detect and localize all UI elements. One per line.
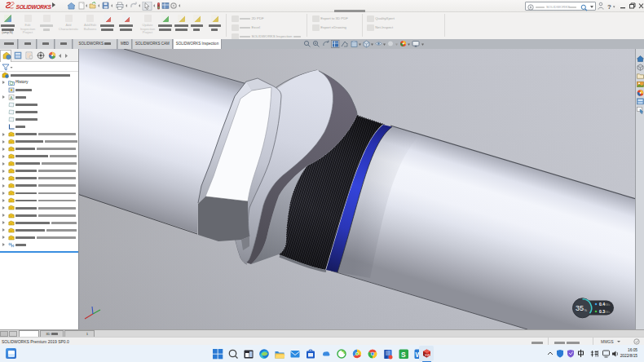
svg-text:SW: SW (425, 353, 430, 357)
svg-text:?: ? (607, 3, 611, 11)
svg-text:KB/s: KB/s (605, 311, 611, 314)
svg-text:35: 35 (576, 304, 584, 312)
svg-text:A: A (10, 95, 13, 99)
svg-text:SOLIDWORKS: SOLIDWORKS (16, 4, 52, 10)
svg-text:%: % (584, 308, 588, 312)
svg-text:S: S (401, 351, 406, 359)
svg-text:KB/s: KB/s (605, 303, 611, 307)
